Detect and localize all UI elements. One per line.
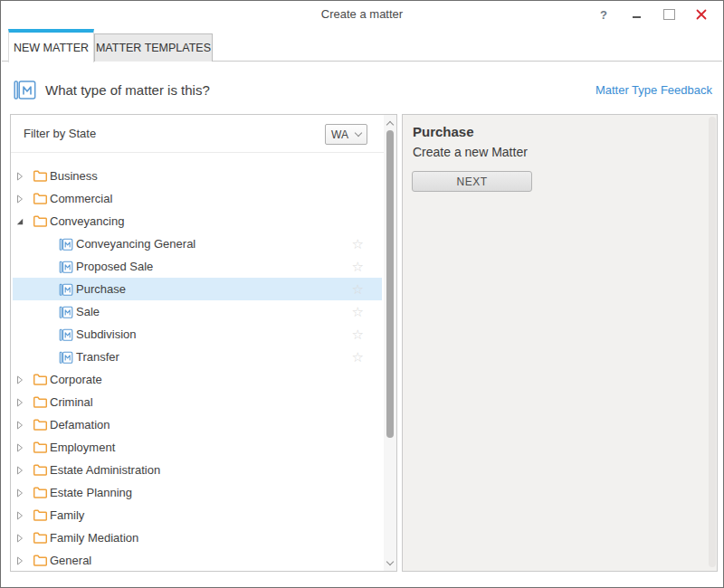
folder-icon-box [33,395,47,410]
help-button[interactable]: ? [587,1,620,28]
tree-item-defamation[interactable]: Defamation [13,413,382,436]
matter-icon-box [59,327,73,342]
folder-icon-box [33,192,47,206]
tree-item-label: Sale [76,305,100,318]
tree-item-transfer[interactable]: Transfer☆ [13,346,382,368]
tree-item-commercial[interactable]: Commercial [13,187,382,210]
expander-box [16,375,24,384]
favorite-star-icon[interactable]: ☆ [352,282,364,296]
tree-item-conveyancing-general[interactable]: Conveyancing General☆ [13,232,382,255]
folder-icon-box [33,508,47,523]
tab-matter-templates-label: MATTER TEMPLATES [96,42,211,54]
tree-item-proposed-sale[interactable]: Proposed Sale☆ [13,255,382,278]
tree-item-label: Commercial [50,192,112,205]
tree-item-label: Estate Administration [50,463,160,477]
folder-icon [33,418,47,432]
scrollbar-thumb[interactable] [386,130,394,438]
tree-item-family-mediation[interactable]: Family Mediation [13,526,382,549]
matter-icon-box [59,350,73,365]
folder-icon [33,214,47,228]
matter-icon-box [59,260,73,274]
folder-icon [33,508,47,522]
expander-expanded-icon[interactable] [16,217,24,226]
expander-collapsed-icon[interactable] [16,375,24,384]
close-icon [696,9,707,20]
matter-icon [14,80,36,100]
right-panel-scrollbar-thumb[interactable] [709,117,716,567]
tree-item-label: Family [50,508,84,522]
folder-icon-box [33,373,47,387]
tree-item-criminal[interactable]: Criminal [13,391,382,413]
help-icon: ? [600,8,607,22]
folder-icon [33,395,47,409]
matter-icon [59,260,73,274]
expander-box [16,511,24,520]
tree-item-estate-planning[interactable]: Estate Planning [13,481,382,504]
expander-collapsed-icon[interactable] [16,556,24,565]
favorite-star-icon[interactable]: ☆ [352,350,364,364]
matter-type-list-panel: Filter by State WA BusinessCommercialCon… [10,114,397,572]
expander-box [16,172,24,181]
expander-collapsed-icon[interactable] [16,488,24,498]
next-button-label: NEXT [456,175,487,188]
favorite-star-icon[interactable]: ☆ [352,260,364,273]
minimize-icon [633,16,641,18]
matter-type-tree: BusinessCommercialConveyancingConveyanci… [11,153,384,572]
matter-icon [59,327,73,342]
favorite-star-icon[interactable]: ☆ [352,305,364,318]
expander-collapsed-icon[interactable] [16,511,24,520]
tab-matter-templates[interactable]: MATTER TEMPLATES [94,33,213,62]
maximize-button[interactable] [653,1,685,28]
selected-matter-subtitle: Create a new Matter [413,145,528,159]
expander-collapsed-icon[interactable] [16,398,24,407]
left-panel-scrollbar[interactable] [384,115,396,571]
tree-item-label: Business [50,169,98,183]
folder-icon-box [33,418,47,432]
expander-box [16,398,24,407]
favorite-star-icon[interactable]: ☆ [352,237,364,251]
next-button[interactable]: NEXT [412,171,532,192]
folder-icon [33,373,47,386]
tree-item-sale[interactable]: Sale☆ [13,300,382,323]
matter-type-feedback-link[interactable]: Matter Type Feedback [595,83,712,97]
scroll-down-button[interactable] [384,556,396,569]
tree-item-employment[interactable]: Employment [13,436,382,459]
folder-icon [33,192,47,205]
folder-icon-box [33,486,47,500]
tree-item-label: Transfer [76,350,119,364]
expander-collapsed-icon[interactable] [16,172,24,181]
scroll-up-button[interactable] [384,117,396,129]
favorite-star-icon[interactable]: ☆ [352,327,364,341]
tree-item-purchase[interactable]: Purchase☆ [13,278,382,300]
folder-icon-box [33,214,47,229]
expander-collapsed-icon[interactable] [16,194,24,204]
tree-item-corporate[interactable]: Corporate [13,368,382,391]
tree-item-conveyancing[interactable]: Conveyancing [13,210,382,232]
minimize-button[interactable] [620,1,653,28]
close-button[interactable] [685,1,718,28]
matter-type-header: What type of matter is this? Matter Type… [14,73,712,106]
tree-item-label: Employment [50,441,115,454]
expander-box [16,217,24,226]
tree-item-business[interactable]: Business [13,165,382,187]
expander-box [16,534,24,543]
state-dropdown-value: WA [331,128,348,141]
expander-collapsed-icon[interactable] [16,443,24,452]
expander-collapsed-icon[interactable] [16,421,24,430]
folder-icon-box [33,169,47,184]
tab-new-matter[interactable]: NEW MATTER [8,29,94,62]
tree-item-subdivision[interactable]: Subdivision☆ [13,323,382,346]
folder-icon [33,441,47,454]
maximize-icon [663,9,675,20]
expander-box [16,421,24,430]
tree-item-general[interactable]: General [13,549,382,572]
matter-icon [59,350,73,365]
tree-item-label: Corporate [50,373,102,386]
tree-item-label: Conveyancing [50,214,124,228]
tree-item-label: Purchase [76,282,126,296]
expander-collapsed-icon[interactable] [16,534,24,543]
expander-collapsed-icon[interactable] [16,466,24,475]
state-dropdown[interactable]: WA [325,124,367,145]
tree-item-family[interactable]: Family [13,504,382,526]
tree-item-estate-administration[interactable]: Estate Administration [13,459,382,481]
